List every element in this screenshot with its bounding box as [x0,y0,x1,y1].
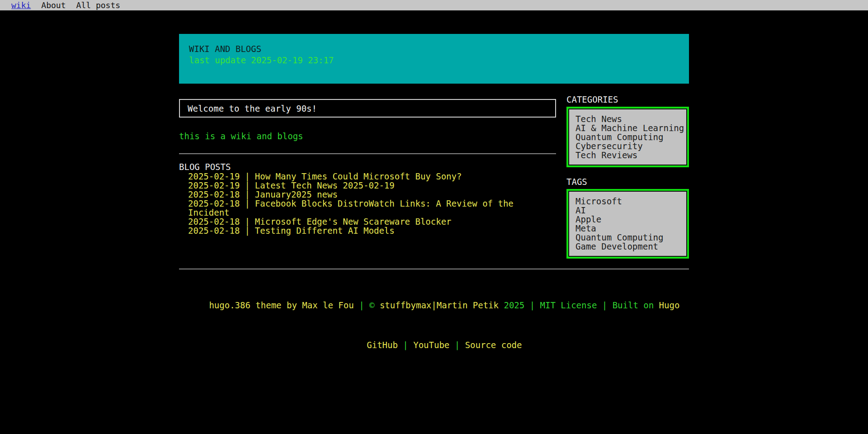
post-title-link[interactable]: Microsoft Edge's New Scareware Blocker [255,217,452,226]
tag-item: Meta [576,224,687,233]
post-separator: | [245,226,250,236]
tag-link[interactable]: Apple [576,214,601,224]
post-title-link[interactable]: Latest Tech News 2025-02-19 [255,180,395,190]
footer-social-segment[interactable]: GitHub [367,340,398,350]
tag-link[interactable]: Game Development [576,241,658,251]
tag-item: Quantum Computing [576,233,687,242]
blog-post-item: 2025-02-18|Microsoft Edge's New Scarewar… [188,217,556,226]
post-title-link[interactable]: Testing Different AI Models [255,226,395,236]
footer-credit-segment[interactable]: hugo.386 theme by Max le Fou [209,300,354,310]
nav-home-link[interactable]: wiki [11,0,31,10]
tags-list: Microsoft AI Apple Meta Quantum Computin… [576,197,687,251]
tag-item: Microsoft [576,197,687,206]
footer-credit-segment[interactable]: Hugo [659,300,680,310]
page-container: WIKI AND BLOGS last update 2025-02-19 23… [179,34,689,349]
post-separator: | [245,198,250,208]
category-link[interactable]: Tech News [576,114,622,124]
post-separator: | [245,217,250,226]
footer-credit-segment: | © [354,300,380,310]
main-column: Welcome to the early 90s! this is a wiki… [179,93,556,235]
post-date: 2025-02-18 [188,217,240,226]
blog-post-item: 2025-02-19|Latest Tech News 2025-02-19 [188,181,556,190]
footer-divider [179,269,689,269]
tag-item: Game Development [576,242,687,251]
post-date: 2025-02-19 [188,180,240,190]
tag-link[interactable]: Microsoft [576,196,622,206]
footer-social-segment[interactable]: YouTube [413,340,449,350]
category-link[interactable]: Tech Reviews [576,150,637,160]
category-link[interactable]: Quantum Computing [576,132,663,142]
tags-heading: TAGS [566,177,689,186]
post-separator: | [245,189,250,199]
footer-social-links: GitHub | YouTube | Source code [179,322,689,349]
tag-link[interactable]: Meta [576,223,596,233]
post-separator: | [245,171,250,181]
nav-about-link[interactable]: About [41,0,66,10]
tag-item: AI [576,206,687,215]
post-date: 2025-02-19 [188,171,240,181]
footer-credits: hugo.386 theme by Max le Fou | © stuffby… [179,283,689,310]
blog-post-list: 2025-02-19|How Many Times Could Microsof… [179,172,556,235]
footer-credit-segment[interactable]: stuffbymax|Martin Petik [380,300,499,310]
category-link[interactable]: Cybersecurity [576,141,643,151]
content-divider [179,153,556,154]
top-menu-bar: wiki About All posts [0,0,868,10]
category-link[interactable]: AI & Machine Learning [576,123,684,133]
blog-post-item: 2025-02-18|Facebook Blocks DistroWatch L… [188,199,556,217]
categories-heading: CATEGORIES [566,95,689,104]
site-banner: WIKI AND BLOGS last update 2025-02-19 23… [179,34,689,84]
post-separator: | [245,180,250,190]
post-date: 2025-02-18 [188,198,240,208]
footer-social-segment: | [398,340,413,350]
page-footer: hugo.386 theme by Max le Fou | © stuffby… [179,269,689,349]
blog-post-item: 2025-02-18|January2025 news [188,190,556,199]
categories-box: Tech News AI & Machine Learning Quantum … [566,107,689,167]
footer-social-segment: | [449,340,465,350]
tag-item: Apple [576,215,687,224]
tag-link[interactable]: Quantum Computing [576,232,663,242]
sidebar: CATEGORIES Tech News AI & Machine Learni… [566,93,689,259]
intro-text: this is a wiki and blogs [179,132,556,141]
blog-posts-heading: BLOG POSTS [179,162,556,171]
nav-all-posts-link[interactable]: All posts [76,0,121,10]
tags-box: Microsoft AI Apple Meta Quantum Computin… [566,189,689,259]
post-date: 2025-02-18 [188,189,240,199]
content-row: Welcome to the early 90s! this is a wiki… [179,93,689,259]
blog-post-item: 2025-02-18|Testing Different AI Models [188,226,556,235]
site-title: WIKI AND BLOGS [189,44,689,53]
footer-social-segment[interactable]: Source code [465,340,522,350]
post-title-link[interactable]: How Many Times Could Microsoft Buy Sony? [255,171,462,181]
welcome-text: Welcome to the early 90s! [188,104,317,113]
tag-link[interactable]: AI [576,205,586,215]
last-update-text: last update 2025-02-19 23:17 [189,56,689,65]
category-item: Tech Reviews [576,151,687,160]
category-item: AI & Machine Learning [576,123,687,132]
footer-credit-segment: 2025 | MIT License | Built on [499,300,659,310]
category-item: Tech News [576,114,687,123]
welcome-box: Welcome to the early 90s! [179,99,556,118]
category-item: Cybersecurity [576,142,687,151]
post-title-link[interactable]: January2025 news [255,189,338,199]
post-date: 2025-02-18 [188,226,240,236]
category-item: Quantum Computing [576,132,687,142]
categories-list: Tech News AI & Machine Learning Quantum … [576,114,687,160]
blog-post-item: 2025-02-19|How Many Times Could Microsof… [188,172,556,181]
